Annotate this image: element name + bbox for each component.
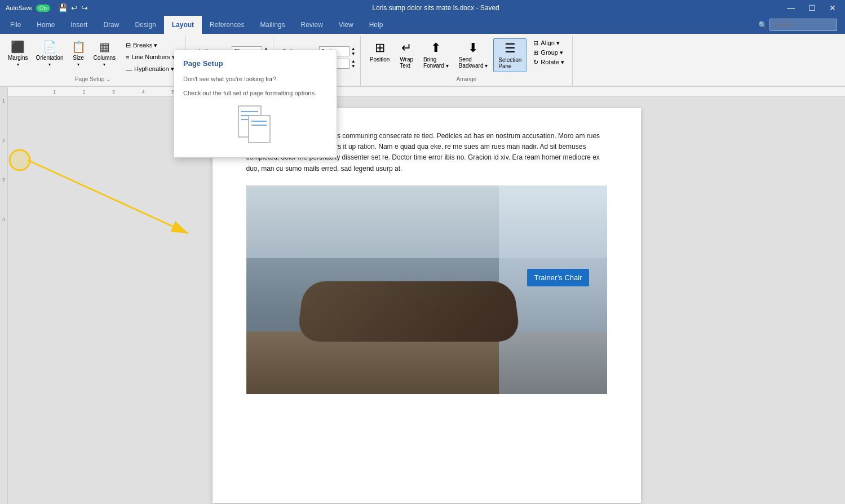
page-setup-popup-text1: Don't see what you're looking for? xyxy=(183,74,328,84)
tab-draw[interactable]: Draw xyxy=(95,16,127,34)
title-bar-controls: — ☐ ✕ xyxy=(784,3,839,12)
document-scroll-area[interactable]: 1 2 3 4 5 6 7 Loris sump dolor sits mate… xyxy=(8,87,845,504)
arrange-stacked-buttons: ⊟ Align ▾ ⊞ Group ▾ ↻ Rotate ▾ xyxy=(530,38,567,67)
size-button[interactable]: 📋 Size ▾ xyxy=(68,38,89,69)
svg-line-2 xyxy=(28,160,188,233)
search-input[interactable] xyxy=(769,19,837,31)
tab-file[interactable]: File xyxy=(2,16,29,34)
left-ruler: 1234 xyxy=(0,87,8,504)
spacing-before-down[interactable]: ▼ xyxy=(351,51,356,56)
title-bar: AutoSave On 💾 ↩ ↪ Loris sump dolor sits … xyxy=(0,0,845,16)
tab-design[interactable]: Design xyxy=(127,16,163,34)
conference-table xyxy=(296,281,520,342)
group-label: Group ▾ xyxy=(541,49,563,56)
trainer-chair-label: Trainer’s Chair xyxy=(527,269,589,286)
page-setup-icon-area xyxy=(183,103,328,148)
close-button[interactable]: ✕ xyxy=(826,3,839,12)
orientation-arrow: ▾ xyxy=(48,62,51,67)
hyphenation-icon: — xyxy=(126,66,132,73)
title-bar-left: AutoSave On 💾 ↩ ↪ xyxy=(6,3,88,12)
margins-label: Margins xyxy=(8,55,28,61)
bring-forward-label: BringForward ▾ xyxy=(423,56,448,69)
spacing-before-up[interactable]: ▲ xyxy=(351,46,356,51)
hyphenation-label: Hyphenation ▾ xyxy=(134,65,174,73)
tab-view[interactable]: View xyxy=(331,16,361,34)
tab-mailings[interactable]: Mailings xyxy=(252,16,293,34)
tab-help[interactable]: Help xyxy=(361,16,391,34)
tab-review[interactable]: Review xyxy=(293,16,330,34)
selection-pane-button[interactable]: ☰ SelectionPane xyxy=(493,38,527,72)
undo-button[interactable]: ↩ xyxy=(71,3,78,12)
svg-rect-7 xyxy=(249,116,270,143)
columns-button[interactable]: ▦ Columns ▾ xyxy=(90,38,119,69)
wrap-text-icon: ↵ xyxy=(401,41,412,55)
margins-icon: ⬛ xyxy=(11,40,25,54)
arrange-buttons-row: ⊞ Position ↵ WrapText ⬆ BringForward ▾ ⬇… xyxy=(365,38,568,76)
tab-insert[interactable]: Insert xyxy=(63,16,95,34)
group-button[interactable]: ⊞ Group ▾ xyxy=(530,48,567,58)
bring-forward-button[interactable]: ⬆ BringForward ▾ xyxy=(419,38,453,71)
hyphenation-button[interactable]: — Hyphenation ▾ xyxy=(122,64,179,74)
columns-icon: ▦ xyxy=(99,40,110,54)
minimize-button[interactable]: — xyxy=(784,3,798,12)
ribbon: File Home Insert Draw Design Layout Refe… xyxy=(0,16,845,87)
page-setup-main-buttons: ⬛ Margins ▾ 📄 Orientation ▾ 📋 Size ▾ ▦ C… xyxy=(5,38,181,76)
align-button[interactable]: ⊟ Align ▾ xyxy=(530,38,567,48)
send-backward-button[interactable]: ⬇ SendBackward ▾ xyxy=(454,38,493,71)
columns-label: Columns xyxy=(94,55,116,61)
save-icon[interactable]: 💾 xyxy=(58,3,68,12)
arrange-group-label: Arrange xyxy=(457,76,477,83)
window xyxy=(499,185,607,394)
search-area: 🔍 xyxy=(758,19,843,31)
tab-bar: File Home Insert Draw Design Layout Refe… xyxy=(0,16,845,34)
size-icon: 📋 xyxy=(72,40,86,54)
line-numbers-label: Line Numbers ▾ xyxy=(131,54,175,61)
wrap-text-label: WrapText xyxy=(400,56,413,69)
svg-point-1 xyxy=(10,150,30,170)
document-area: 1234 1 2 3 4 5 6 7 Loris sump dolor sits… xyxy=(0,87,845,504)
position-label: Position xyxy=(370,56,390,63)
orientation-label: Orientation xyxy=(36,55,64,61)
margins-button[interactable]: ⬛ Margins ▾ xyxy=(5,38,32,69)
tab-home[interactable]: Home xyxy=(29,16,63,34)
orientation-icon: 📄 xyxy=(43,40,57,54)
breaks-label: Breaks ▾ xyxy=(133,42,157,49)
line-numbers-button[interactable]: ≡ Line Numbers ▾ xyxy=(122,52,179,62)
margins-arrow: ▾ xyxy=(17,62,19,67)
spacing-after-down[interactable]: ▼ xyxy=(351,64,356,69)
size-label: Size xyxy=(73,55,83,61)
breaks-icon: ⊟ xyxy=(126,42,131,49)
top-ruler: 1 2 3 4 5 6 7 xyxy=(8,87,845,97)
document-page[interactable]: Loris sump dolor sits mate is, is commun… xyxy=(213,108,641,503)
conference-room-image xyxy=(246,185,607,394)
columns-arrow: ▾ xyxy=(103,62,105,67)
spacing-after-up[interactable]: ▲ xyxy=(351,59,356,64)
selection-pane-icon: ☰ xyxy=(505,41,516,56)
document-image: Trainer’s Chair xyxy=(246,185,607,394)
tab-references[interactable]: References xyxy=(202,16,252,34)
position-button[interactable]: ⊞ Position xyxy=(365,38,395,65)
breaks-button[interactable]: ⊟ Breaks ▾ xyxy=(122,41,179,50)
page-setup-expand[interactable]: ⌄ xyxy=(106,76,110,82)
group-icon: ⊞ xyxy=(533,49,538,56)
maximize-button[interactable]: ☐ xyxy=(805,3,819,12)
document-title: Loris sump dolor sits mate ls.docx - Sav… xyxy=(88,4,784,12)
page-setup-popup[interactable]: Page Setup Don't see what you're looking… xyxy=(174,50,337,158)
tab-layout[interactable]: Layout xyxy=(164,16,202,34)
selection-pane-label: SelectionPane xyxy=(498,57,521,69)
align-icon: ⊟ xyxy=(533,39,538,47)
send-backward-label: SendBackward ▾ xyxy=(459,56,488,69)
wrap-text-button[interactable]: ↵ WrapText xyxy=(395,38,418,71)
rotate-icon: ↻ xyxy=(533,59,538,66)
rotate-button[interactable]: ↻ Rotate ▾ xyxy=(530,58,567,67)
autosave-label: AutoSave xyxy=(6,5,33,11)
search-icon: 🔍 xyxy=(758,21,767,29)
autosave-toggle[interactable]: On xyxy=(36,5,50,12)
page-setup-svg-icon xyxy=(233,103,278,148)
bring-forward-icon: ⬆ xyxy=(431,41,441,55)
line-numbers-icon: ≡ xyxy=(126,54,129,61)
orientation-button[interactable]: 📄 Orientation ▾ xyxy=(33,38,67,69)
ribbon-group-page-setup: ⬛ Margins ▾ 📄 Orientation ▾ 📋 Size ▾ ▦ C… xyxy=(0,36,186,86)
size-arrow: ▾ xyxy=(77,62,79,67)
redo-button[interactable]: ↪ xyxy=(81,3,88,12)
